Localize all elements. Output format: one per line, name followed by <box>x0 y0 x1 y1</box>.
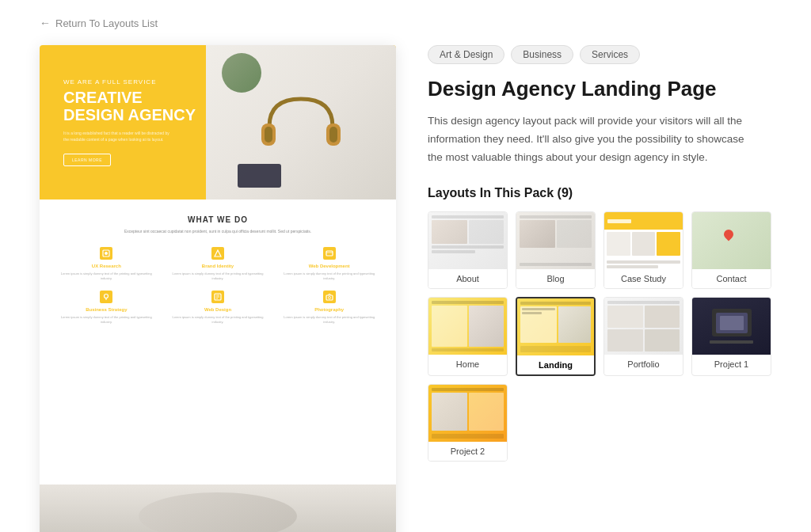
portfolio-box <box>645 306 680 328</box>
layout-thumb-blog <box>516 212 595 269</box>
preview-hero-text: WE ARE A FULL SERVICE CREATIVE DESIGN AG… <box>40 59 396 186</box>
layout-item-contact[interactable]: Contact <box>691 211 771 289</box>
strategy-icon <box>100 291 112 303</box>
layouts-grid: About <box>428 211 771 462</box>
bar <box>432 348 504 352</box>
cs-footer <box>604 258 683 269</box>
screen-content <box>720 316 744 330</box>
cs-box <box>657 232 680 256</box>
svg-marker-6 <box>215 250 221 256</box>
layout-label-project2: Project 2 <box>428 442 507 461</box>
preview-services-section: WHAT WE DO Excepteur sint occaecat cupid… <box>40 200 396 484</box>
hero-body: It is a long established fact that a rea… <box>63 130 174 142</box>
home-col <box>432 306 467 347</box>
layout-thumb-project1 <box>692 298 771 355</box>
hero-small-label: WE ARE A FULL SERVICE <box>63 78 372 86</box>
service-webdesign-body: Lorem ipsum is simply dummy text of the … <box>167 315 269 325</box>
service-webdesign-title: Web Design <box>167 307 269 312</box>
service-strategy-title: Business Strategy <box>55 307 158 312</box>
service-photo-title: Photography <box>278 307 380 312</box>
bar <box>432 434 504 439</box>
service-webdev: Web Development Lorem ipsum is simply du… <box>278 247 380 281</box>
cs-grid <box>604 230 683 258</box>
bar <box>520 215 592 218</box>
preview-panel: WE ARE A FULL SERVICE CREATIVE DESIGN AG… <box>40 45 396 532</box>
layout-item-project1[interactable]: Project 1 <box>691 297 771 376</box>
page-container: Return To Layouts List WE ARE A FULL SER… <box>0 0 811 532</box>
landing-img <box>558 306 592 343</box>
bar <box>607 265 658 268</box>
info-panel: Art & Design Business Services Design Ag… <box>428 45 771 462</box>
footer-blob <box>139 492 297 532</box>
layout-thumb-project2 <box>428 385 507 442</box>
hero-learn-more-button[interactable]: LEARN MORE <box>63 154 111 166</box>
layout-label-about: About <box>428 269 507 288</box>
portfolio-box <box>607 306 643 328</box>
project2-content <box>432 393 504 431</box>
tag-services[interactable]: Services <box>580 45 640 64</box>
service-brand: Brand Identity Lorem ipsum is simply dum… <box>167 247 269 281</box>
layout-thumb-landing <box>517 298 594 355</box>
service-strategy: Business Strategy Lorem ipsum is simply … <box>55 291 158 325</box>
tag-business[interactable]: Business <box>511 45 573 64</box>
tag-art-design[interactable]: Art & Design <box>428 45 504 64</box>
back-link[interactable]: Return To Layouts List <box>40 17 158 29</box>
layout-item-case-study[interactable]: Case Study <box>603 211 683 289</box>
portfolio-grid <box>607 306 680 352</box>
portfolio-box <box>645 329 680 352</box>
svg-rect-15 <box>326 295 333 300</box>
layout-thumb-portfolio <box>604 298 683 355</box>
bar <box>522 312 542 314</box>
layout-item-project2[interactable]: Project 2 <box>428 384 508 462</box>
bar <box>432 215 504 218</box>
layout-label-portfolio: Portfolio <box>604 355 683 374</box>
layout-item-blog[interactable]: Blog <box>516 211 596 289</box>
svg-point-5 <box>105 252 108 255</box>
brand-icon <box>211 247 224 260</box>
landing-col <box>520 306 557 343</box>
layout-thumb-home <box>428 298 507 355</box>
svg-point-9 <box>105 294 109 298</box>
portfolio-box <box>607 329 643 352</box>
contact-map <box>692 212 771 269</box>
cs-header <box>604 212 683 230</box>
thumb-img <box>557 220 592 248</box>
preview-hero: WE ARE A FULL SERVICE CREATIVE DESIGN AG… <box>40 45 396 200</box>
layout-label-contact: Contact <box>692 269 771 288</box>
service-webdev-body: Lorem ipsum is simply dummy text of the … <box>278 272 380 281</box>
page-description: This design agency layout pack will prov… <box>428 112 760 167</box>
bar <box>522 308 555 310</box>
layouts-section: Layouts In This Pack (9) <box>428 186 771 462</box>
thumb-img <box>432 220 467 244</box>
service-ux-body: Lorem ipsum is simply dummy text of the … <box>55 272 158 281</box>
layout-item-portfolio[interactable]: Portfolio <box>603 297 683 376</box>
service-strategy-body: Lorem ipsum is simply dummy text of the … <box>55 315 158 325</box>
webdesign-icon <box>211 291 224 303</box>
service-ux-research: UX Research Lorem ipsum is simply dummy … <box>55 247 158 281</box>
project2-text <box>469 393 504 431</box>
cs-box <box>632 232 656 256</box>
service-brand-title: Brand Identity <box>167 264 269 268</box>
bar <box>432 245 504 249</box>
bar <box>607 260 680 264</box>
page-title: Design Agency Landing Page <box>428 77 771 101</box>
ux-icon <box>100 247 112 260</box>
layout-item-home[interactable]: Home <box>428 297 508 376</box>
layout-label-landing: Landing <box>517 355 594 374</box>
svg-point-16 <box>328 296 330 298</box>
layout-thumb-contact <box>692 212 771 269</box>
bar <box>432 250 475 253</box>
thumb-img <box>469 220 504 244</box>
layout-label-project1: Project 1 <box>692 355 771 374</box>
webdev-icon <box>323 247 336 260</box>
bar <box>520 263 592 266</box>
bar <box>520 302 591 305</box>
project2-img <box>432 393 467 431</box>
landing-content <box>520 306 591 343</box>
layout-item-about[interactable]: About <box>428 211 508 289</box>
services-grid: UX Research Lorem ipsum is simply dummy … <box>55 247 380 325</box>
laptop-base <box>710 340 753 344</box>
layout-item-landing[interactable]: Landing <box>516 297 596 376</box>
layout-thumb-about <box>428 212 507 269</box>
service-brand-body: Lorem ipsum is simply dummy text of the … <box>167 272 269 281</box>
